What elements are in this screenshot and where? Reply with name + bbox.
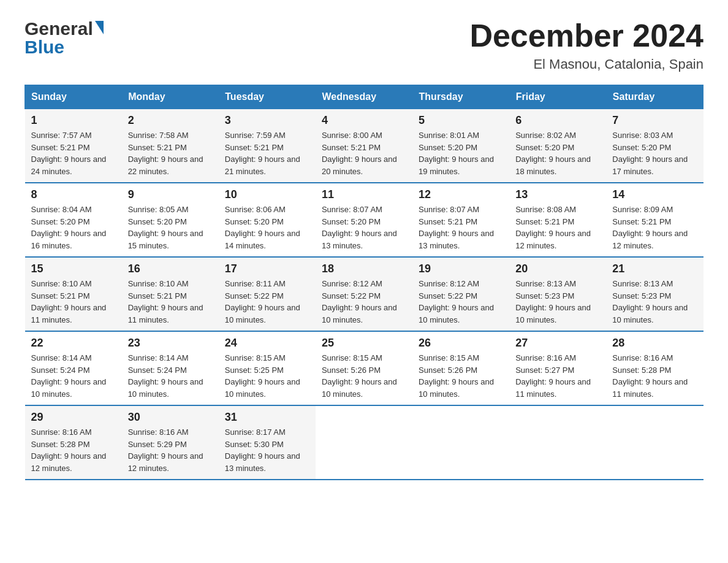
day-info: Sunrise: 8:16 AMSunset: 5:27 PMDaylight:… [515,352,600,400]
day-number: 4 [322,114,406,127]
day-number: 13 [515,188,600,201]
day-info: Sunrise: 8:15 AMSunset: 5:26 PMDaylight:… [322,352,406,400]
day-info: Sunrise: 8:06 AMSunset: 5:20 PMDaylight:… [225,204,309,251]
day-number: 2 [128,114,213,127]
day-info: Sunrise: 8:17 AMSunset: 5:30 PMDaylight:… [225,426,309,474]
calendar-cell [509,405,606,480]
calendar-cell: 27 Sunrise: 8:16 AMSunset: 5:27 PMDaylig… [509,331,606,405]
day-info: Sunrise: 8:13 AMSunset: 5:23 PMDaylight:… [612,278,697,326]
calendar-cell: 18 Sunrise: 8:12 AMSunset: 5:22 PMDaylig… [316,257,412,331]
calendar-cell: 21 Sunrise: 8:13 AMSunset: 5:23 PMDaylig… [606,257,703,331]
calendar-cell: 19 Sunrise: 8:12 AMSunset: 5:22 PMDaylig… [412,257,509,331]
day-info: Sunrise: 8:11 AMSunset: 5:22 PMDaylight:… [225,278,309,326]
logo: General Blue [25,18,104,58]
day-info: Sunrise: 8:10 AMSunset: 5:21 PMDaylight:… [31,278,116,326]
calendar-cell: 8 Sunrise: 8:04 AMSunset: 5:20 PMDayligh… [25,183,122,257]
location-subtitle: El Masnou, Catalonia, Spain [469,56,703,72]
calendar-cell: 24 Sunrise: 8:15 AMSunset: 5:25 PMDaylig… [219,331,316,405]
day-info: Sunrise: 8:09 AMSunset: 5:21 PMDaylight:… [612,204,697,251]
month-title: December 2024 [469,18,703,53]
calendar-week-row: 22 Sunrise: 8:14 AMSunset: 5:24 PMDaylig… [25,331,703,405]
day-info: Sunrise: 8:03 AMSunset: 5:20 PMDaylight:… [612,129,697,177]
calendar-cell: 22 Sunrise: 8:14 AMSunset: 5:24 PMDaylig… [25,331,122,405]
calendar-cell: 11 Sunrise: 8:07 AMSunset: 5:20 PMDaylig… [316,183,412,257]
col-friday: Friday [509,85,606,109]
day-info: Sunrise: 8:15 AMSunset: 5:25 PMDaylight:… [225,352,309,400]
calendar-header: Sunday Monday Tuesday Wednesday Thursday… [25,85,703,109]
calendar-cell: 29 Sunrise: 8:16 AMSunset: 5:28 PMDaylig… [25,405,122,480]
day-info: Sunrise: 8:13 AMSunset: 5:23 PMDaylight:… [515,278,600,326]
day-number: 28 [612,337,697,350]
calendar-cell [412,405,509,480]
calendar-cell: 2 Sunrise: 7:58 AMSunset: 5:21 PMDayligh… [122,109,219,183]
calendar-cell: 23 Sunrise: 8:14 AMSunset: 5:24 PMDaylig… [122,331,219,405]
day-number: 14 [612,188,697,201]
day-number: 20 [515,262,600,275]
day-number: 18 [322,262,406,275]
col-thursday: Thursday [412,85,509,109]
calendar-cell [316,405,412,480]
day-info: Sunrise: 8:07 AMSunset: 5:21 PMDaylight:… [419,204,503,251]
day-info: Sunrise: 8:14 AMSunset: 5:24 PMDaylight:… [31,352,116,400]
calendar-week-row: 1 Sunrise: 7:57 AMSunset: 5:21 PMDayligh… [25,109,703,183]
day-info: Sunrise: 8:15 AMSunset: 5:26 PMDaylight:… [419,352,503,400]
col-wednesday: Wednesday [316,85,412,109]
day-number: 29 [31,411,116,424]
day-number: 10 [225,188,309,201]
day-number: 1 [31,114,116,127]
day-number: 26 [419,337,503,350]
day-number: 27 [515,337,600,350]
day-info: Sunrise: 8:16 AMSunset: 5:28 PMDaylight:… [612,352,697,400]
day-number: 30 [128,411,213,424]
day-number: 11 [322,188,406,201]
title-block: December 2024 El Masnou, Catalonia, Spai… [469,18,703,72]
calendar-cell: 13 Sunrise: 8:08 AMSunset: 5:21 PMDaylig… [509,183,606,257]
col-tuesday: Tuesday [219,85,316,109]
day-number: 5 [419,114,503,127]
calendar-cell: 15 Sunrise: 8:10 AMSunset: 5:21 PMDaylig… [25,257,122,331]
calendar-cell: 16 Sunrise: 8:10 AMSunset: 5:21 PMDaylig… [122,257,219,331]
header-row: Sunday Monday Tuesday Wednesday Thursday… [25,85,703,109]
day-number: 6 [515,114,600,127]
day-number: 12 [419,188,503,201]
calendar-cell: 4 Sunrise: 8:00 AMSunset: 5:21 PMDayligh… [316,109,412,183]
day-info: Sunrise: 8:04 AMSunset: 5:20 PMDaylight:… [31,204,116,251]
calendar-table: Sunday Monday Tuesday Wednesday Thursday… [25,85,703,480]
day-info: Sunrise: 8:08 AMSunset: 5:21 PMDaylight:… [515,204,600,251]
calendar-cell: 31 Sunrise: 8:17 AMSunset: 5:30 PMDaylig… [219,405,316,480]
day-info: Sunrise: 8:10 AMSunset: 5:21 PMDaylight:… [128,278,213,326]
day-info: Sunrise: 8:12 AMSunset: 5:22 PMDaylight:… [322,278,406,326]
day-info: Sunrise: 7:57 AMSunset: 5:21 PMDaylight:… [31,129,116,177]
day-info: Sunrise: 7:58 AMSunset: 5:21 PMDaylight:… [128,129,213,177]
day-number: 9 [128,188,213,201]
day-info: Sunrise: 8:02 AMSunset: 5:20 PMDaylight:… [515,129,600,177]
calendar-cell [606,405,703,480]
day-number: 8 [31,188,116,201]
day-info: Sunrise: 8:16 AMSunset: 5:29 PMDaylight:… [128,426,213,474]
day-number: 16 [128,262,213,275]
col-monday: Monday [122,85,219,109]
day-info: Sunrise: 8:00 AMSunset: 5:21 PMDaylight:… [322,129,406,177]
day-number: 19 [419,262,503,275]
col-sunday: Sunday [25,85,122,109]
day-number: 22 [31,337,116,350]
day-number: 17 [225,262,309,275]
day-number: 24 [225,337,309,350]
calendar-cell: 10 Sunrise: 8:06 AMSunset: 5:20 PMDaylig… [219,183,316,257]
calendar-week-row: 15 Sunrise: 8:10 AMSunset: 5:21 PMDaylig… [25,257,703,331]
day-number: 31 [225,411,309,424]
col-saturday: Saturday [606,85,703,109]
calendar-cell: 9 Sunrise: 8:05 AMSunset: 5:20 PMDayligh… [122,183,219,257]
logo-general: General [25,18,93,39]
day-number: 23 [128,337,213,350]
day-info: Sunrise: 8:14 AMSunset: 5:24 PMDaylight:… [128,352,213,400]
calendar-cell: 7 Sunrise: 8:03 AMSunset: 5:20 PMDayligh… [606,109,703,183]
logo-blue: Blue [25,37,64,58]
calendar-cell: 5 Sunrise: 8:01 AMSunset: 5:20 PMDayligh… [412,109,509,183]
calendar-cell: 1 Sunrise: 7:57 AMSunset: 5:21 PMDayligh… [25,109,122,183]
day-info: Sunrise: 8:07 AMSunset: 5:20 PMDaylight:… [322,204,406,251]
day-info: Sunrise: 8:05 AMSunset: 5:20 PMDaylight:… [128,204,213,251]
day-number: 15 [31,262,116,275]
day-info: Sunrise: 8:01 AMSunset: 5:20 PMDaylight:… [419,129,503,177]
calendar-cell: 30 Sunrise: 8:16 AMSunset: 5:29 PMDaylig… [122,405,219,480]
